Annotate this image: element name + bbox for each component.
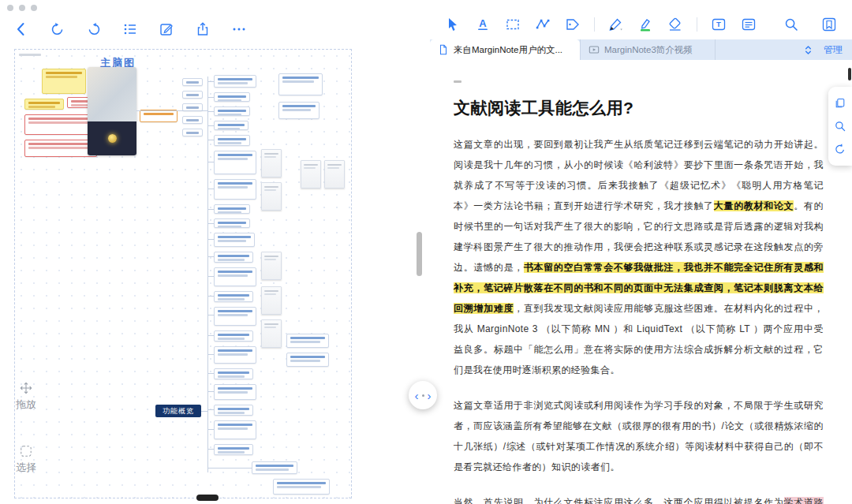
back-icon[interactable] — [13, 21, 30, 38]
mindmap-node[interactable] — [278, 73, 323, 95]
eraser-icon[interactable] — [667, 16, 684, 33]
save-flag-icon[interactable] — [820, 16, 838, 33]
window-controls — [7, 5, 37, 11]
annotation-toolbar: A T — [430, 13, 852, 36]
sort-expand-icon[interactable] — [802, 44, 814, 56]
mindmap-thumbnail-node[interactable] — [261, 319, 282, 348]
close-dot[interactable] — [7, 5, 13, 11]
manage-button[interactable]: 管理 — [824, 43, 843, 57]
mindmap-thumbnail-node[interactable] — [261, 286, 282, 315]
tab-marginnote-user-article[interactable]: 来自MarginNote用户的文... — [430, 39, 580, 60]
pane-switch-button[interactable]: ‹ › — [409, 381, 437, 409]
mindmap-node[interactable] — [286, 353, 329, 367]
mindmap-node[interactable] — [273, 479, 330, 495]
mindmap-node[interactable] — [278, 102, 320, 119]
document-scrollbar-thumb[interactable] — [848, 68, 851, 80]
mindmap-node[interactable] — [214, 384, 256, 400]
svg-text:T: T — [716, 20, 721, 28]
mindmap-node[interactable] — [24, 140, 97, 157]
mindmap-connector — [207, 468, 255, 469]
mindmap-connector — [207, 429, 214, 430]
mindmap-node[interactable] — [42, 69, 86, 94]
mindmap-connector — [201, 411, 207, 412]
tab-label: MarginNote3简介视频 — [604, 44, 693, 56]
mindmap-node[interactable] — [140, 110, 178, 122]
mindmap-connector — [207, 409, 214, 410]
share-icon[interactable] — [194, 21, 211, 38]
mindmap-thumbnail-node[interactable] — [261, 149, 282, 177]
mindmap-thumbnail-node[interactable] — [261, 252, 282, 280]
mindmap-node[interactable] — [24, 114, 97, 135]
mindmap-node[interactable] — [214, 218, 250, 228]
mindmap-connector — [207, 449, 214, 450]
mindmap-thumbnail-node[interactable] — [261, 182, 282, 211]
mindmap-node[interactable] — [214, 92, 250, 102]
mindmap-connector — [207, 189, 214, 189]
redo-icon[interactable] — [85, 21, 103, 38]
select-cursor-icon[interactable] — [444, 16, 462, 33]
zoom-search-icon[interactable] — [834, 120, 846, 133]
highlighter-icon[interactable] — [637, 16, 654, 33]
mindmap-node[interactable] — [214, 151, 256, 174]
excerpt-box-icon[interactable] — [740, 16, 757, 33]
drag-mode-button[interactable]: 拖放 — [16, 382, 36, 412]
sync-refresh-icon[interactable] — [834, 143, 846, 155]
mindmap-node[interactable] — [24, 99, 64, 110]
svg-text:A: A — [479, 17, 487, 29]
mindmap-node[interactable] — [214, 135, 250, 146]
undo-icon[interactable] — [49, 21, 66, 38]
text-box-icon[interactable]: T — [710, 16, 727, 33]
lasso-select-icon[interactable] — [534, 16, 551, 33]
mindmap-node[interactable] — [214, 346, 256, 364]
mindmap-node[interactable] — [182, 116, 203, 124]
mindmap-connector — [207, 77, 208, 472]
mindmap-node[interactable] — [214, 179, 256, 200]
mindmap-node[interactable] — [214, 267, 256, 286]
mindmap-node[interactable] — [252, 461, 297, 474]
mindmap-thumbnail-node[interactable] — [324, 160, 345, 189]
outline-list-icon[interactable] — [121, 21, 139, 38]
lightbulb-icon — [88, 121, 136, 155]
mindmap-node[interactable] — [214, 444, 253, 455]
mindmap-node[interactable] — [214, 291, 253, 302]
rect-select-icon[interactable] — [504, 16, 521, 33]
pages-icon[interactable] — [834, 97, 846, 110]
search-icon[interactable] — [783, 16, 800, 33]
mindmap-node[interactable] — [182, 91, 203, 99]
mindmap-thumbnail-node[interactable] — [301, 160, 321, 189]
mindmap-node[interactable] — [182, 78, 203, 86]
dot-icon — [422, 394, 424, 397]
mindmap-node[interactable] — [214, 233, 255, 247]
node-photo — [88, 67, 136, 121]
mindmap-canvas[interactable]: 主脑图 — [14, 49, 352, 498]
mindmap-node[interactable] — [214, 420, 256, 439]
mindmap-node[interactable] — [214, 368, 253, 379]
mindmap-node[interactable] — [214, 121, 248, 130]
pane-resize-handle[interactable] — [417, 232, 422, 276]
toolbar-separator — [697, 17, 697, 32]
mindmap-node[interactable] — [214, 204, 250, 214]
mindmap-node[interactable] — [214, 307, 256, 326]
mindmap-node[interactable] — [214, 252, 253, 263]
minimize-dot[interactable] — [19, 5, 25, 11]
select-mode-button[interactable]: 选择 — [16, 445, 36, 475]
pen-icon[interactable] — [607, 16, 625, 33]
zoom-dot[interactable] — [31, 5, 37, 11]
text-run: 当然，首先说明，为什么文件标注应用这么多，这两个应用得以被提名作为 — [454, 497, 784, 504]
video-icon — [589, 44, 600, 55]
mindmap-badge[interactable]: 功能概览 — [155, 405, 201, 417]
tag-annotate-icon[interactable] — [564, 16, 581, 33]
yellow-highlight[interactable]: 大量的教材和论文 — [714, 200, 794, 211]
mindmap-node[interactable] — [214, 330, 253, 342]
compose-icon[interactable] — [158, 21, 175, 38]
mindmap-node[interactable] — [182, 129, 203, 136]
more-icon[interactable] — [230, 21, 248, 38]
mindmap-node[interactable] — [286, 334, 329, 348]
mindmap-collapsed-node[interactable] — [196, 495, 219, 501]
mindmap-node[interactable] — [214, 405, 253, 416]
mindmap-node[interactable] — [214, 106, 250, 116]
tab-marginnote3-intro-video[interactable]: MarginNote3简介视频 — [580, 39, 716, 60]
mindmap-node[interactable] — [214, 75, 256, 88]
mindmap-image-node[interactable] — [88, 67, 136, 155]
text-tool-icon[interactable]: A — [474, 16, 491, 33]
